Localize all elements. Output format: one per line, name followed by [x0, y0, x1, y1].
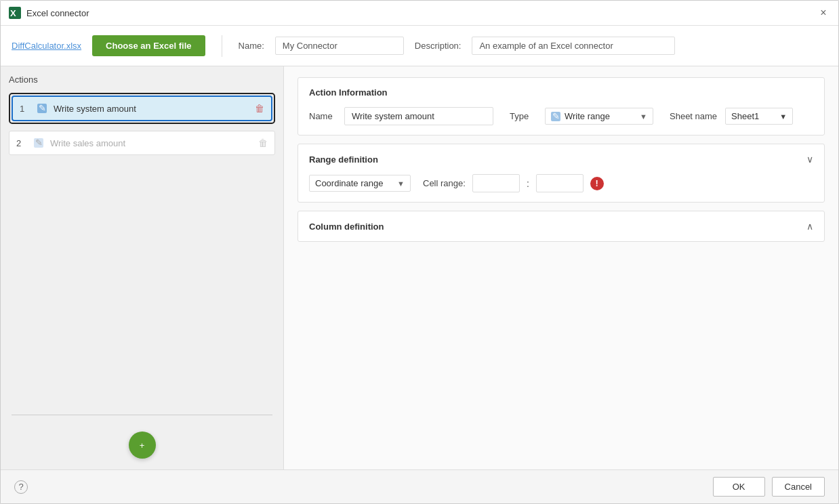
action-info-header: Action Information: [309, 87, 813, 98]
cell-range-label: Cell range:: [423, 178, 466, 188]
action-icon-2: ✎: [33, 137, 45, 149]
sheet-select[interactable]: Sheet1 ▼: [725, 108, 793, 125]
col-def-header[interactable]: Column definition ∧: [298, 211, 824, 241]
write-range-icon: ✎: [551, 112, 560, 121]
add-action-button[interactable]: +: [129, 432, 156, 459]
action-delete-2[interactable]: 🗑: [258, 138, 268, 148]
range-def-chevron: ∨: [806, 154, 813, 165]
add-area: +: [9, 426, 275, 461]
main-content: Actions 1 ✎ Write system amount 🗑: [1, 66, 838, 469]
action-name-input[interactable]: [344, 107, 493, 125]
excel-icon: X: [9, 7, 21, 19]
bottom-right: OK Cancel: [713, 477, 825, 497]
action-delete-1[interactable]: 🗑: [255, 103, 264, 114]
col-def-card: Column definition ∧: [298, 211, 825, 242]
svg-text:X: X: [10, 8, 16, 18]
svg-text:✎: ✎: [39, 103, 46, 113]
separator: [222, 35, 222, 57]
action-num-2: 2: [16, 138, 27, 148]
svg-text:✎: ✎: [35, 138, 43, 148]
coord-dropdown-arrow: ▼: [397, 180, 405, 188]
name-field-label: Name: [309, 111, 336, 121]
titlebar: X Excel connector ×: [1, 1, 838, 26]
file-link[interactable]: DiffCalculator.xlsx: [12, 41, 81, 51]
help-button[interactable]: ?: [14, 480, 28, 494]
action-gap: [9, 125, 275, 129]
type-dropdown-arrow: ▼: [640, 112, 647, 121]
action-info-body: Name Type ✎ Write range ▼: [309, 107, 813, 125]
help-label: ?: [18, 482, 23, 492]
actions-list: 1 ✎ Write system amount 🗑 2: [9, 93, 275, 404]
cell-range-separator: :: [527, 178, 529, 189]
action-info-title: Action Information: [309, 87, 388, 98]
sheet-field-label: Sheet name: [670, 111, 717, 121]
type-select[interactable]: ✎ Write range ▼: [545, 108, 653, 125]
toolbar: DiffCalculator.xlsx Choose an Excel file…: [1, 26, 838, 66]
excel-connector-dialog: X Excel connector × DiffCalculator.xlsx …: [0, 0, 839, 504]
bottom-bar: ? OK Cancel: [1, 469, 838, 503]
action-item-1[interactable]: 1 ✎ Write system amount 🗑: [12, 96, 272, 121]
action-icon-1: ✎: [36, 102, 48, 114]
close-button[interactable]: ×: [817, 6, 830, 20]
left-panel-divider: [12, 415, 272, 415]
action-name-2: Write sales amount: [50, 138, 253, 148]
action-num-1: 1: [20, 104, 30, 114]
dialog-title: Excel connector: [26, 8, 89, 18]
description-label: Description:: [415, 41, 462, 51]
action-item-2[interactable]: 2 ✎ Write sales amount 🗑: [9, 131, 275, 155]
action-item-outer-1: 1 ✎ Write system amount 🗑: [9, 93, 275, 124]
action-info-card: Action Information Name Type ✎: [298, 77, 825, 135]
right-panel: Action Information Name Type ✎: [284, 66, 838, 469]
bottom-left: ?: [14, 480, 28, 494]
svg-text:✎: ✎: [552, 112, 560, 121]
sheet-dropdown-arrow: ▼: [779, 112, 787, 121]
type-select-text: Write range: [565, 111, 636, 121]
action-name-1: Write system amount: [54, 104, 249, 114]
cell-range-from-input[interactable]: [472, 174, 520, 192]
connector-name-input[interactable]: [275, 37, 404, 55]
range-def-card: Range definition ∨ Coordinate range ▼ Ce…: [298, 144, 825, 203]
col-def-title: Column definition: [309, 222, 384, 232]
col-def-chevron: ∧: [806, 221, 813, 232]
range-def-body: Coordinate range ▼ Cell range: : !: [309, 174, 813, 192]
range-def-title: Range definition: [309, 154, 378, 165]
name-label: Name:: [239, 41, 264, 51]
cell-range-error-icon: !: [590, 177, 604, 190]
cancel-button[interactable]: Cancel: [772, 477, 825, 497]
ok-button[interactable]: OK: [713, 477, 765, 497]
range-def-header[interactable]: Range definition ∨: [309, 154, 813, 165]
add-icon: +: [140, 440, 145, 450]
cell-range-to-input[interactable]: [536, 174, 584, 192]
titlebar-left: X Excel connector: [9, 7, 89, 19]
left-panel: Actions 1 ✎ Write system amount 🗑: [1, 66, 284, 469]
coord-range-select[interactable]: Coordinate range ▼: [309, 175, 411, 192]
coord-range-text: Coordinate range: [315, 178, 383, 188]
sheet-select-text: Sheet1: [731, 111, 759, 121]
connector-description-input[interactable]: [472, 37, 675, 55]
choose-file-button[interactable]: Choose an Excel file: [92, 35, 205, 56]
actions-label: Actions: [9, 75, 275, 85]
range-fields: Coordinate range ▼ Cell range: : !: [309, 174, 813, 192]
error-mark: !: [596, 178, 598, 188]
type-field-label: Type: [510, 111, 537, 121]
action-info-fields: Name Type ✎ Write range ▼: [309, 107, 813, 125]
